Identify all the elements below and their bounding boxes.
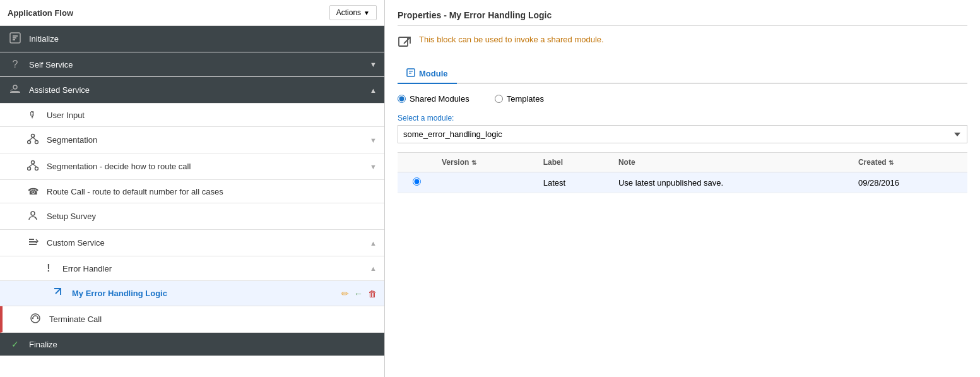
module-select[interactable]: some_error_handling_logic xyxy=(398,125,967,143)
assisted-service-chevron: ▲ xyxy=(370,87,377,94)
user-input-label: User Input xyxy=(47,111,377,120)
delete-icon[interactable]: 🗑 xyxy=(368,289,377,299)
svg-point-16 xyxy=(37,318,38,319)
svg-point-2 xyxy=(32,135,35,138)
flow-item-my-error-handling[interactable]: My Error Handling Logic ✏ ← 🗑 xyxy=(0,281,384,306)
version-sort-icon[interactable]: ⇅ xyxy=(471,159,476,166)
segmentation-route-chevron: ▼ xyxy=(370,163,377,171)
left-header: Application Flow Actions ▼ xyxy=(0,0,384,26)
segmentation-label: Segmentation xyxy=(47,135,370,145)
app-flow-title: Application Flow xyxy=(8,8,73,18)
flow-item-finalize[interactable]: ✓ Finalize xyxy=(0,333,384,356)
error-handler-icon: ! xyxy=(41,263,56,274)
col-radio-header xyxy=(398,153,435,172)
svg-rect-19 xyxy=(407,69,415,76)
col-created-header[interactable]: Created ⇅ xyxy=(852,153,967,172)
row-note: Use latest unpublished save. xyxy=(612,172,852,193)
row-label: Latest xyxy=(537,172,612,193)
flow-item-user-input[interactable]: 🎙 User Input xyxy=(0,104,384,127)
finalize-icon: ✓ xyxy=(8,339,23,349)
shared-modules-radio-input[interactable] xyxy=(398,95,406,103)
row-radio-cell[interactable] xyxy=(398,172,435,193)
svg-point-4 xyxy=(35,141,38,144)
flow-item-initialize[interactable]: Initialize xyxy=(0,26,384,52)
svg-point-1 xyxy=(13,85,17,89)
info-text: This block can be used to invoke a share… xyxy=(419,35,604,44)
svg-line-5 xyxy=(29,138,33,141)
actions-button[interactable]: Actions ▼ xyxy=(329,5,377,20)
select-module-label: Select a module: xyxy=(398,114,967,123)
module-tab-icon xyxy=(406,68,415,79)
version-table: Version ⇅ Label Note Created ⇅ xyxy=(398,152,967,193)
edit-icon[interactable]: ✏ xyxy=(341,289,349,299)
col-note-header: Note xyxy=(612,153,852,172)
error-handler-label: Error Handler xyxy=(62,264,370,273)
flow-item-route-call[interactable]: ☎ Route Call - route to default number f… xyxy=(0,180,384,203)
segmentation-route-label: Segmentation - decide how to route call xyxy=(47,162,370,171)
assisted-service-label: Assisted Service xyxy=(29,85,370,95)
table-row[interactable]: Latest Use latest unpublished save. 09/2… xyxy=(398,172,967,193)
templates-radio[interactable]: Templates xyxy=(495,94,544,104)
svg-point-7 xyxy=(32,161,35,164)
tab-module[interactable]: Module xyxy=(398,64,457,84)
col-version-header[interactable]: Version ⇅ xyxy=(435,153,537,172)
svg-point-3 xyxy=(28,141,31,144)
setup-survey-label: Setup Survey xyxy=(47,212,377,221)
svg-line-10 xyxy=(29,164,33,167)
row-created: 09/28/2016 xyxy=(852,172,967,193)
flow-list: Initialize ? Self Service ▼ Assisted Ser… xyxy=(0,26,384,377)
flow-item-custom-service[interactable]: Custom Service ▲ xyxy=(0,230,384,256)
custom-service-icon xyxy=(25,236,40,249)
error-handler-chevron: ▲ xyxy=(370,265,377,272)
svg-point-9 xyxy=(35,167,38,171)
flow-item-setup-survey[interactable]: Setup Survey xyxy=(0,203,384,230)
svg-line-6 xyxy=(33,138,37,141)
route-call-label: Route Call - route to default number for… xyxy=(47,187,377,196)
segmentation-route-icon xyxy=(25,160,40,173)
templates-radio-input[interactable] xyxy=(495,95,503,103)
flow-item-error-handler[interactable]: ! Error Handler ▲ xyxy=(0,256,384,281)
segmentation-chevron: ▼ xyxy=(370,136,377,144)
svg-point-8 xyxy=(28,167,31,171)
user-input-icon: 🎙 xyxy=(25,110,40,120)
terminate-call-label: Terminate Call xyxy=(49,314,377,324)
module-tab-label: Module xyxy=(419,69,448,78)
svg-point-15 xyxy=(32,318,33,319)
terminate-call-icon xyxy=(28,313,43,326)
flow-item-assisted-service[interactable]: Assisted Service ▲ xyxy=(0,77,384,104)
right-panel: Properties - My Error Handling Logic Thi… xyxy=(385,0,980,377)
segmentation-icon xyxy=(25,133,40,147)
svg-line-18 xyxy=(404,37,410,44)
finalize-label: Finalize xyxy=(29,340,377,349)
tab-bar: Module xyxy=(398,64,967,84)
flow-item-terminate-call[interactable]: Terminate Call xyxy=(0,306,384,333)
templates-label: Templates xyxy=(507,94,544,104)
custom-service-chevron: ▲ xyxy=(370,239,377,247)
self-service-icon: ? xyxy=(8,59,23,70)
caret-icon: ▼ xyxy=(363,9,370,16)
assisted-service-icon xyxy=(8,83,23,97)
route-call-icon: ☎ xyxy=(25,186,40,196)
flow-item-self-service[interactable]: ? Self Service ▼ xyxy=(0,52,384,77)
info-box: This block can be used to invoke a share… xyxy=(398,35,967,53)
svg-line-11 xyxy=(33,164,37,167)
self-service-chevron: ▼ xyxy=(370,61,377,68)
left-panel: Application Flow Actions ▼ Initialize ? … xyxy=(0,0,385,377)
my-error-label: My Error Handling Logic xyxy=(72,289,341,298)
flow-item-segmentation[interactable]: Segmentation ▼ xyxy=(0,127,384,153)
radio-group: Shared Modules Templates xyxy=(398,94,967,104)
external-link-icon[interactable] xyxy=(398,36,411,53)
flow-item-segmentation-route[interactable]: Segmentation - decide how to route call … xyxy=(0,153,384,180)
setup-survey-icon xyxy=(25,210,40,223)
row-radio-input[interactable] xyxy=(413,177,421,186)
shared-modules-radio[interactable]: Shared Modules xyxy=(398,94,469,104)
actions-label: Actions xyxy=(336,8,361,17)
initialize-icon xyxy=(8,32,23,45)
custom-service-label: Custom Service xyxy=(47,238,370,248)
item-action-buttons: ✏ ← 🗑 xyxy=(341,289,377,299)
back-icon[interactable]: ← xyxy=(354,289,363,299)
created-sort-icon[interactable]: ⇅ xyxy=(888,159,894,166)
initialize-label: Initialize xyxy=(29,34,377,44)
col-label-header: Label xyxy=(537,153,612,172)
svg-point-12 xyxy=(31,212,35,215)
